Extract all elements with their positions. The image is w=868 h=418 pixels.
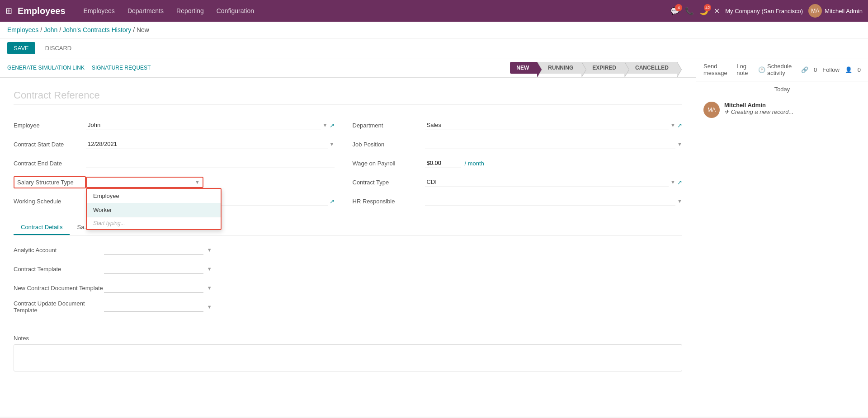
employee-input[interactable] [86, 120, 321, 130]
value-analytic: ▼ [104, 245, 682, 255]
breadcrumb-john[interactable]: John [44, 26, 57, 33]
dropdown-option-worker[interactable]: Worker [87, 203, 221, 217]
log-note-button[interactable]: Log note [736, 63, 753, 76]
field-wage: Wage on Payroll / month [353, 156, 683, 170]
analytic-input[interactable] [104, 245, 203, 255]
chatter-avatar: MA [703, 102, 720, 118]
wage-input[interactable] [425, 158, 461, 168]
nav-departments[interactable]: Departments [122, 5, 169, 17]
field-salary-structure: Salary Structure Type ▼ Employee Worker … [14, 175, 335, 189]
notes-label: Notes [14, 335, 682, 342]
salary-structure-input[interactable] [90, 179, 195, 186]
dropdown-option-employee[interactable]: Employee [87, 189, 221, 203]
job-position-input[interactable] [425, 139, 676, 149]
schedule-activity-label: Schedule activity [767, 63, 796, 76]
chatter-msg-text: ✈ Creating a new record... [724, 108, 793, 115]
apps-grid-icon[interactable]: ⊞ [5, 6, 12, 16]
value-hr-responsible: ▼ [425, 196, 683, 206]
form-grid: Employee ▼ ↗ Contract Start Date ▼ [14, 118, 682, 213]
chatter-msg-body: Creating a new record... [731, 108, 794, 115]
analytic-arrow[interactable]: ▼ [207, 247, 212, 253]
message-count: 0 [814, 66, 817, 73]
value-department: ▼ ↗ [425, 120, 683, 130]
status-expired[interactable]: EXPIRED [581, 62, 624, 74]
form-content: Employee ▼ ↗ Contract Start Date ▼ [0, 78, 696, 382]
salary-structure-arrow[interactable]: ▼ [195, 179, 200, 185]
start-date-calendar-icon[interactable]: ▼ [330, 141, 335, 147]
value-new-doc-template: ▼ [104, 283, 682, 293]
employee-external-link[interactable]: ↗ [330, 122, 335, 129]
schedule-activity-button[interactable]: 🕐 Schedule activity [758, 63, 796, 76]
tab-field-new-doc-template: New Contract Document Template ▼ [14, 281, 682, 295]
new-doc-template-input[interactable] [104, 283, 203, 293]
label-new-doc-template: New Contract Document Template [14, 285, 104, 291]
value-job-position: ▼ [425, 139, 683, 149]
status-running[interactable]: RUNNING [537, 62, 581, 74]
new-doc-template-arrow[interactable]: ▼ [207, 285, 212, 291]
update-doc-template-arrow[interactable]: ▼ [207, 304, 212, 310]
contract-ref-input[interactable] [14, 87, 682, 104]
value-contract-type: ▼ ↗ [425, 177, 683, 187]
notes-textarea[interactable] [14, 344, 682, 371]
start-date-input[interactable] [86, 139, 328, 149]
hr-responsible-input[interactable] [425, 196, 676, 206]
contract-type-arrow[interactable]: ▼ [670, 179, 675, 185]
send-message-button[interactable]: Send message [703, 63, 731, 76]
tab-field-analytic: Analytic Account ▼ [14, 243, 682, 257]
dropdown-search[interactable]: Start typing... [87, 217, 221, 229]
department-input[interactable] [425, 120, 669, 130]
salary-structure-select[interactable]: ▼ [86, 177, 203, 188]
breadcrumb-employees[interactable]: Employees [7, 26, 38, 33]
moon-icon[interactable]: 🌙 42 [699, 7, 708, 15]
save-button[interactable]: SAVE [7, 42, 35, 54]
user-avatar: MA [808, 4, 822, 18]
tab-contract-details[interactable]: Contract Details [14, 220, 70, 235]
end-date-input[interactable] [86, 158, 335, 168]
breadcrumb-bar: Employees / John / John's Contracts Hist… [0, 22, 868, 38]
generate-simulation-link[interactable]: GENERATE SIMULATION LINK [7, 65, 85, 71]
nav-reporting[interactable]: Reporting [171, 5, 209, 17]
job-position-arrow[interactable]: ▼ [677, 141, 682, 147]
user-info: MA Mitchell Admin [808, 4, 863, 18]
contract-template-input[interactable] [104, 264, 203, 274]
department-external-link[interactable]: ↗ [677, 122, 682, 129]
close-icon[interactable]: ✕ [714, 7, 720, 15]
label-salary-structure: Salary Structure Type [14, 176, 86, 188]
phone-icon[interactable]: 📞 [685, 7, 694, 15]
chatter-follow-area: 🔗 0 Follow 👤 0 [801, 66, 861, 73]
topnav-menu: Employees Departments Reporting Configur… [78, 5, 259, 17]
update-doc-template-input[interactable] [104, 302, 203, 312]
label-wage: Wage on Payroll [353, 160, 425, 167]
breadcrumb-current: New [137, 26, 149, 33]
discard-button[interactable]: DISCARD [39, 42, 78, 54]
department-dropdown-arrow[interactable]: ▼ [670, 122, 675, 128]
contract-type-input[interactable] [425, 177, 669, 187]
field-department: Department ▼ ↗ [353, 118, 683, 132]
per-month-label: / month [465, 160, 484, 167]
hr-responsible-arrow[interactable]: ▼ [677, 198, 682, 204]
status-cancelled[interactable]: CANCELLED [624, 62, 677, 74]
value-salary-structure: ▼ Employee Worker Start typing... [86, 177, 335, 188]
signature-request-link[interactable]: SIGNATURE REQUEST [92, 65, 151, 71]
chat-icon[interactable]: 💬 4 [670, 7, 679, 15]
value-employee: ▼ ↗ [86, 120, 335, 130]
nav-employees[interactable]: Employees [78, 5, 120, 17]
chatter-msg-author: Mitchell Admin [724, 102, 793, 108]
employee-dropdown-arrow[interactable]: ▼ [323, 122, 328, 128]
main-layout: GENERATE SIMULATION LINK SIGNATURE REQUE… [0, 58, 868, 417]
breadcrumb-contracts[interactable]: John's Contracts History [63, 26, 131, 33]
topnav: ⊞ Employees Employees Departments Report… [0, 0, 868, 22]
field-contract-type: Contract Type ▼ ↗ [353, 175, 683, 189]
app-name: Employees [18, 6, 66, 16]
follow-button[interactable]: Follow [822, 66, 840, 73]
chatter-msg-icon: ✈ [724, 108, 729, 115]
contract-template-arrow[interactable]: ▼ [207, 266, 212, 272]
nav-configuration[interactable]: Configuration [211, 5, 259, 17]
chatter-today: Today [696, 81, 868, 97]
working-schedule-external-link[interactable]: ↗ [330, 198, 335, 205]
field-employee: Employee ▼ ↗ [14, 118, 335, 132]
contract-type-external-link[interactable]: ↗ [677, 179, 682, 186]
label-hr-responsible: HR Responsible [353, 198, 425, 205]
status-new[interactable]: NEW [510, 62, 537, 74]
follower-icon: 👤 [845, 66, 852, 73]
